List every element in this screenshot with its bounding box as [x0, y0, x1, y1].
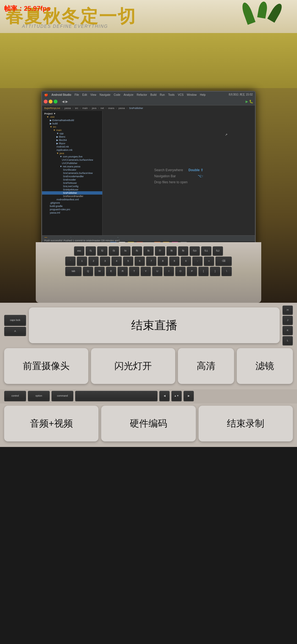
as-menu-edit[interactable]: Edit	[82, 93, 87, 96]
key-caps[interactable]: caps lock	[4, 315, 26, 325]
key-e[interactable]: E	[106, 267, 116, 275]
key-3[interactable]: 3	[100, 256, 110, 265]
key-f11[interactable]: f11	[201, 246, 211, 255]
as-menu-refactor[interactable]: Refactor	[137, 93, 147, 96]
tree-item-net[interactable]: ▼ net.osara.yassa	[42, 165, 102, 168]
front-camera-button[interactable]: 前置摄像头	[4, 348, 88, 384]
key-o[interactable]: O	[175, 267, 186, 275]
key-w[interactable]: W	[94, 267, 105, 275]
key-a[interactable]: A	[4, 327, 26, 335]
key-7[interactable]: 7	[146, 256, 156, 265]
as-menu-file[interactable]: File	[75, 93, 79, 96]
tree-item-srsflv[interactable]: SrsFlvMuxer	[42, 181, 102, 185]
tree-item-buildgradle[interactable]: build.gradle	[42, 204, 102, 208]
tree-item-build[interactable]: ▶ build	[42, 122, 102, 125]
key-9[interactable]: 9	[169, 256, 180, 265]
key-5[interactable]: 5	[123, 256, 133, 265]
traffic-light-red[interactable]	[44, 100, 48, 103]
key-f2[interactable]: f2	[97, 246, 108, 255]
as-menu-run[interactable]: Run	[160, 93, 165, 96]
key-command[interactable]: command	[51, 391, 73, 401]
tree-item-proguard[interactable]: proguard-rules.pro	[42, 208, 102, 211]
as-menu-window[interactable]: Window	[187, 93, 197, 96]
hd-button[interactable]: 高清	[178, 348, 234, 384]
key-f8[interactable]: f8	[166, 246, 177, 255]
key-tab[interactable]: tab	[65, 267, 82, 275]
as-menu-view[interactable]: View	[90, 93, 97, 96]
key-l[interactable]: L	[282, 336, 293, 345]
key-f1[interactable]: f1	[86, 246, 96, 255]
key-t[interactable]: T	[129, 267, 139, 275]
toolbar-forward[interactable]: ▶	[65, 100, 68, 103]
key-u[interactable]: U	[152, 267, 163, 275]
toolbar-back[interactable]: ◀	[62, 100, 64, 103]
key-2[interactable]: 2	[88, 256, 99, 265]
key-i[interactable]: I	[164, 267, 174, 275]
key-esc[interactable]: esc	[74, 246, 84, 255]
as-menu-code[interactable]: Code	[114, 93, 120, 96]
key-0[interactable]: 0	[181, 256, 191, 265]
tree-item-srsrecord[interactable]: SrsRecordHandler	[42, 195, 102, 198]
as-menu-navigate[interactable]: Navigate	[100, 93, 110, 96]
key-option[interactable]: option	[28, 391, 50, 401]
tree-item-srsmp4[interactable]: SrsMp4Muxer	[42, 188, 102, 191]
tree-item-srsallocator[interactable]: SrsAllocator	[42, 168, 102, 171]
key-r[interactable]: R	[117, 267, 128, 275]
key-f5[interactable]: f5	[132, 246, 142, 255]
tree-item-uvccamera[interactable]: UVCCameraGLSurfaceView	[42, 158, 102, 162]
key-y[interactable]: Y	[141, 267, 151, 275]
end-live-button[interactable]: 结束直播	[29, 307, 280, 343]
tree-item-main[interactable]: ▼ main	[42, 129, 102, 132]
key-8[interactable]: 8	[158, 256, 168, 265]
tree-item-manifest[interactable]: AndroidManifest.xml	[42, 198, 102, 201]
as-project-tree[interactable]: Project ▼ ▼ .444 ▶ ExternalNativeBuild ▶…	[42, 111, 103, 244]
as-menu-vcs[interactable]: VCS	[178, 93, 184, 96]
key-p[interactable]: P	[187, 267, 197, 275]
key-equals[interactable]: =	[204, 256, 214, 265]
tree-item-androidmk[interactable]: Android.mk	[42, 145, 102, 148]
toolbar-run[interactable]: ▶	[246, 100, 248, 103]
as-menu-tools[interactable]: Tools	[168, 93, 174, 96]
tree-item-srslive[interactable]: SrsLiveConfig	[42, 185, 102, 188]
key-k[interactable]: K	[282, 326, 293, 335]
key-rbracket[interactable]: ]	[210, 267, 220, 275]
key-j[interactable]: J	[282, 316, 293, 324]
key-arrow-left[interactable]: ◀	[159, 391, 170, 401]
tree-item-libenc[interactable]: ▶ libenc	[42, 135, 102, 138]
audio-video-button[interactable]: 音频+视频	[4, 406, 98, 441]
tree-item-yassa[interactable]: yassa.iml	[42, 211, 102, 214]
tree-item-root[interactable]: ▼ .444	[42, 115, 102, 119]
traffic-light-yellow[interactable]	[49, 100, 53, 103]
key-f7[interactable]: f7	[155, 246, 165, 255]
key-arrow-up-down[interactable]: ▲▼	[171, 391, 182, 401]
key-minus[interactable]: -	[192, 256, 203, 265]
key-f6[interactable]: f6	[143, 246, 154, 255]
tree-item-libyuv[interactable]: ▶ libyuv	[42, 142, 102, 145]
key-arrow-right[interactable]: ▶	[183, 391, 194, 401]
key-f3[interactable]: f3	[109, 246, 119, 255]
key-f12[interactable]: f12	[213, 246, 223, 255]
as-menu-build[interactable]: Build	[150, 93, 156, 96]
tree-item-com[interactable]: ▼ com.youngwu.live	[42, 155, 102, 158]
tree-item-uvcpublisher[interactable]: UVCPublisher	[42, 162, 102, 165]
tree-item-srspublisher[interactable]: SrsPublisher	[42, 191, 102, 195]
tree-item-cpp[interactable]: ▼ cpp	[42, 132, 102, 135]
key-control[interactable]: control	[4, 391, 26, 401]
tree-item-srsencode[interactable]: SrsEncodeHandler	[42, 175, 102, 178]
key-space-bottom[interactable]	[75, 391, 158, 401]
key-h[interactable]: H	[282, 305, 293, 314]
filter-button[interactable]: 滤镜	[237, 348, 293, 384]
key-4[interactable]: 4	[111, 256, 122, 265]
key-lbracket[interactable]: [	[198, 267, 209, 275]
key-1[interactable]: 1	[77, 256, 87, 265]
tree-item-srsencoder[interactable]: SrsEncoder	[42, 178, 102, 181]
key-backtick[interactable]: `	[65, 256, 76, 265]
key-f10[interactable]: f10	[189, 246, 200, 255]
flash-button[interactable]: 闪光灯开	[91, 348, 175, 384]
tree-item-src[interactable]: ▼ src	[42, 125, 102, 129]
key-f4[interactable]: f4	[120, 246, 131, 255]
key-f9[interactable]: f9	[178, 246, 188, 255]
tree-item-external[interactable]: ▶ ExternalNativeBuild	[42, 119, 102, 122]
tree-item-srscamera[interactable]: SrsCameraGLSurfaceView	[42, 171, 102, 175]
tree-item-java[interactable]: ▼ java	[42, 152, 102, 155]
